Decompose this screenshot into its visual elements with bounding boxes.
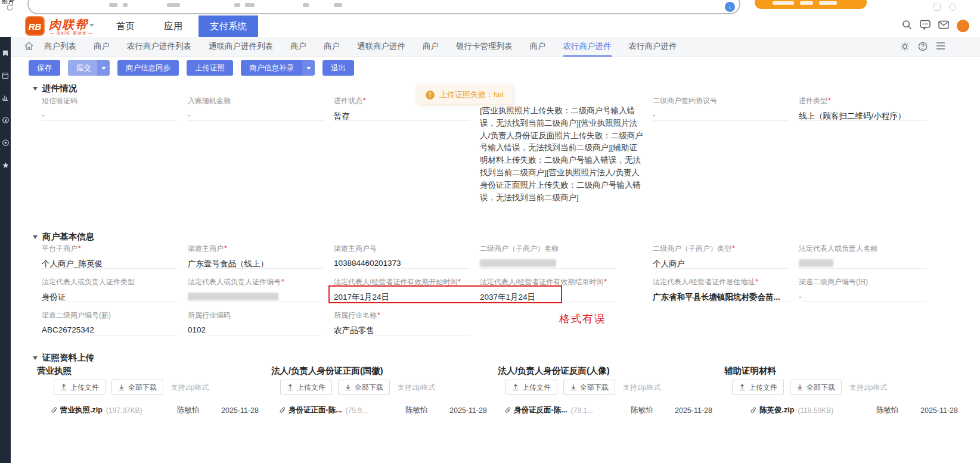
field-random-amount: 入账随机金额 -	[188, 96, 324, 121]
upload-file-label: 上传文件	[749, 383, 777, 393]
browser-orange-pill[interactable]	[755, 0, 867, 9]
tab-merchant-1[interactable]: 商户	[94, 37, 110, 57]
tab-abc-intake-2[interactable]: 农行商户进件	[629, 37, 677, 57]
field-sms-code: 短信验证码 -	[42, 96, 178, 121]
tab-merchant-3[interactable]: 商户	[324, 37, 340, 57]
file-link[interactable]: 身份证反面-陈... (79.1...	[504, 405, 631, 415]
download-all-label: 全部下载	[355, 383, 383, 393]
redacted-value	[480, 259, 556, 267]
section-intake[interactable]: 进件情况	[33, 83, 77, 94]
rail-target-icon[interactable]	[2, 139, 9, 146]
menu-icon[interactable]	[936, 42, 945, 54]
rail-panel-icon[interactable]	[2, 73, 8, 79]
nav-home[interactable]: 首页	[116, 15, 135, 37]
tab-abc-intake-active[interactable]: 农行商户进件	[563, 37, 612, 57]
file-link[interactable]: 营业执照.zip (197.37KB)	[51, 405, 177, 415]
home-icon[interactable]	[24, 42, 33, 52]
supplement-caret-icon[interactable]	[302, 60, 315, 76]
brand-logo[interactable]: RB	[25, 16, 45, 36]
upload-group-buttons: 上传文件 全部下载 支持zip格式	[54, 380, 209, 395]
address-text-blur	[234, 3, 240, 7]
download-all-button[interactable]: 全部下载	[111, 380, 163, 395]
tab-tl-intake[interactable]: 通联商户进件	[357, 37, 405, 57]
message-icon[interactable]	[920, 20, 931, 32]
zip-format-hint: 支持zip格式	[398, 383, 435, 393]
upload-group-buttons: 上传文件 全部下载 支持zip格式	[280, 380, 435, 395]
submit-caret-icon[interactable]	[97, 60, 110, 76]
field-sub-merchant-name: 二级商户（子商户）名称	[480, 244, 616, 269]
refresh-icon[interactable]	[6, 3, 14, 14]
download-all-button[interactable]: 全部下载	[563, 380, 615, 395]
section-merchant-title: 商户基本信息	[42, 231, 94, 243]
file-name: 身份证正面-陈...	[289, 405, 342, 415]
avatar[interactable]	[957, 20, 969, 32]
file-name: 身份证反面-陈...	[514, 405, 567, 415]
exit-button[interactable]: 退出	[322, 60, 354, 76]
upload-file-button[interactable]: 上传文件	[54, 380, 106, 395]
download-all-button[interactable]: 全部下载	[338, 380, 390, 395]
browser-address-bar[interactable]	[27, 0, 740, 14]
section-cert-upload[interactable]: 证照资料上传	[33, 352, 94, 363]
app-header: RB 肉联帮 — 肉好吃 更便宜 — 首页 应用 支付系统	[0, 15, 980, 37]
field-value: 个人商户_陈英俊	[42, 259, 178, 269]
tab-merchant-5[interactable]: 商户	[530, 37, 546, 57]
search-icon[interactable]	[902, 20, 912, 32]
save-button[interactable]: 保存	[29, 60, 60, 76]
section-intake-title: 进件情况	[42, 83, 77, 94]
action-toolbar: 保存 提交 商户信息同步 上传证照 商户信息补录 退出	[29, 60, 354, 76]
field-label: 渠道主商户	[188, 244, 324, 254]
submit-button[interactable]: 提交	[68, 60, 97, 76]
nav-apps[interactable]: 应用	[164, 15, 182, 37]
file-link[interactable]: 身份证正面-陈... (75.9...	[279, 405, 405, 415]
supplement-button[interactable]: 商户信息补录	[241, 60, 302, 76]
chevron-down-icon[interactable]	[89, 24, 94, 27]
field-value: 个人商户	[653, 259, 789, 269]
rail-coin-icon[interactable]	[2, 117, 9, 123]
nav-payment-system[interactable]: 支付系统	[199, 15, 258, 37]
section-merchant-info[interactable]: 商户基本信息	[33, 231, 94, 243]
upload-group-idcard-back: 法人/负责人身份证反面(人像)	[498, 365, 610, 377]
download-all-button[interactable]: 全部下载	[790, 380, 842, 395]
merchant-sync-button[interactable]: 商户信息同步	[117, 60, 179, 76]
upload-file-button[interactable]: 上传文件	[280, 380, 332, 395]
mail-icon[interactable]	[938, 20, 949, 32]
address-text-blur	[109, 3, 117, 7]
field-label: 所属行业名称	[334, 310, 470, 321]
file-row: 陈英俊.zip (118.59KB) 陈敏怡 2025-11-28	[750, 405, 958, 415]
field-cert-type: 法定代表人或负责人证件类型 身份证	[42, 277, 178, 302]
tab-abc-intake-list[interactable]: 农行商户进件列表	[127, 37, 191, 57]
help-icon[interactable]	[918, 42, 928, 54]
redacted-value	[188, 293, 278, 300]
upload-file-button[interactable]: 上传文件	[732, 380, 784, 395]
field-new-channel-no: 渠道二级商户编号(新) ABC26725342	[42, 310, 178, 335]
upload-file-label: 上传文件	[297, 383, 325, 393]
rail-chart-icon[interactable]	[2, 95, 8, 101]
file-link[interactable]: 陈英俊.zip (118.59KB)	[750, 405, 876, 415]
file-size: (79.1...	[571, 406, 593, 415]
upload-group-auxiliary: 辅助证明材料	[724, 365, 776, 377]
field-label: 渠道二级商户编号(旧)	[799, 277, 927, 287]
tab-tl-intake-list[interactable]: 通联商户进件列表	[209, 37, 273, 57]
file-uploader: 陈敏怡	[405, 405, 442, 415]
field-residence-address: 法定代表人/经营者证件居住地址 广东省和平县长塘镇阳坑村委会苗...	[653, 277, 791, 302]
field-value: -	[188, 111, 324, 120]
tab-merchant-4[interactable]: 商户	[423, 37, 439, 57]
field-label: 二级商户签约协议号	[653, 96, 789, 106]
tab-merchant-2[interactable]: 商户	[290, 37, 306, 57]
address-text-blur	[334, 3, 342, 7]
download-badge-icon[interactable]: ↓	[725, 2, 735, 12]
field-channel-main-merchant: 渠道主商户 广东壹号食品（线上）	[188, 244, 324, 269]
file-name: 营业执照.zip	[60, 405, 103, 415]
tab-bankcard-list[interactable]: 银行卡管理列表	[456, 37, 513, 57]
upload-cert-button[interactable]: 上传证照	[187, 60, 233, 76]
browser-extension-icon[interactable]	[934, 4, 941, 11]
rail-star-icon[interactable]	[2, 162, 9, 169]
brightness-icon[interactable]	[900, 42, 910, 54]
pill-text-blur	[819, 1, 837, 5]
field-value: -	[653, 111, 789, 120]
rail-bookmark-icon[interactable]	[2, 50, 8, 57]
tab-bar: 商户列表 商户 农行商户进件列表 通联商户进件列表 商户 商户 通联商户进件 商…	[0, 37, 980, 57]
browser-profile-icon[interactable]	[949, 4, 956, 11]
tab-merchant-list[interactable]: 商户列表	[44, 37, 76, 57]
upload-file-button[interactable]: 上传文件	[505, 380, 557, 395]
